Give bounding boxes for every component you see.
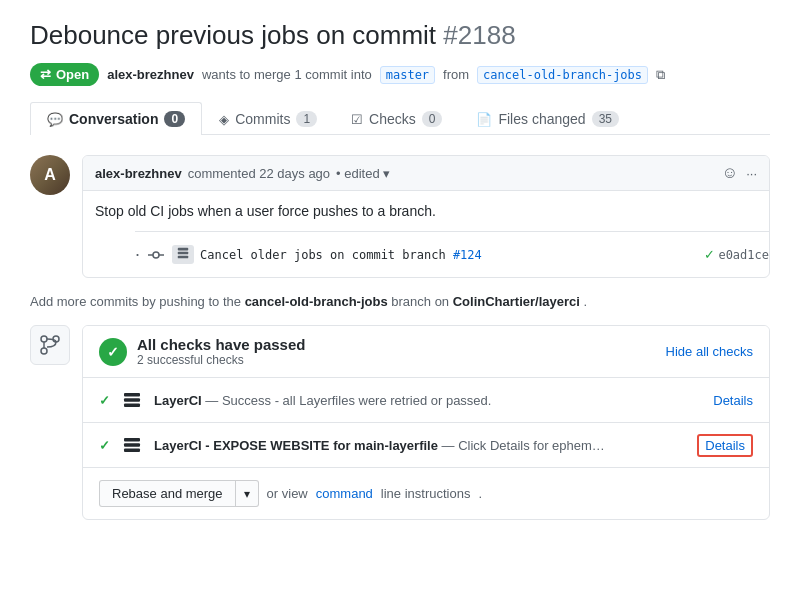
avatar-image: A xyxy=(30,155,70,195)
merge-button-group: Rebase and merge ▾ xyxy=(99,480,259,507)
commit-hash-area: ✓ e0ad1ce xyxy=(704,247,769,262)
check-item-left: ✓ LayerCI — Success - all Layerfiles wer… xyxy=(99,388,491,412)
copy-icon[interactable]: ⧉ xyxy=(656,67,665,83)
status-text: Open xyxy=(56,67,89,82)
check-status-icon-2: ✓ xyxy=(99,438,110,453)
check-desc-text-2: — Click Details for ephem… xyxy=(442,438,605,453)
svg-point-7 xyxy=(41,348,47,354)
chevron-down-icon: ▾ xyxy=(383,166,390,181)
tab-checks-count: 0 xyxy=(422,111,443,127)
emoji-icon[interactable]: ☺ xyxy=(722,164,738,182)
pr-title: Debounce previous jobs on commit #2188 xyxy=(30,20,770,51)
check-details-link-2[interactable]: Details xyxy=(697,434,753,457)
commit-service-icon xyxy=(172,245,194,264)
tabs-nav: 💬 Conversation 0 ◈ Commits 1 ☑ Checks 0 … xyxy=(30,102,770,135)
command-link[interactable]: command xyxy=(316,486,373,501)
from-text: from xyxy=(443,67,469,82)
checks-header: ✓ All checks have passed 2 successful ch… xyxy=(83,326,769,377)
comment-header-right: ☺ ··· xyxy=(722,164,757,182)
edited-text: • edited xyxy=(336,166,380,181)
checks-box: ✓ All checks have passed 2 successful ch… xyxy=(82,325,770,520)
tab-files-count: 35 xyxy=(592,111,619,127)
layerci-icon-2 xyxy=(122,435,142,455)
hint-prefix: Add more commits by pushing to the xyxy=(30,294,241,309)
comment-body: Stop old CI jobs when a user force pushe… xyxy=(83,191,769,231)
svg-rect-13 xyxy=(124,438,140,442)
checks-subtitle: 2 successful checks xyxy=(137,353,305,367)
svg-rect-5 xyxy=(178,256,189,259)
base-branch[interactable]: master xyxy=(380,66,435,84)
comment-box: alex-brezhnev commented 22 days ago • ed… xyxy=(82,155,770,278)
merge-button[interactable]: Rebase and merge xyxy=(99,480,236,507)
commit-message: Cancel older jobs on commit branch #124 xyxy=(200,248,482,262)
tab-commits-label: Commits xyxy=(235,111,290,127)
edited-badge[interactable]: • edited ▾ xyxy=(336,166,390,181)
git-commit-icon xyxy=(148,247,164,263)
hint-branch: cancel-old-branch-jobs xyxy=(245,294,388,309)
svg-rect-3 xyxy=(178,248,189,251)
tab-conversation-count: 0 xyxy=(164,111,185,127)
comment-author[interactable]: alex-brezhnev xyxy=(95,166,182,181)
check-service-logo-2 xyxy=(120,433,144,457)
tab-conversation[interactable]: 💬 Conversation 0 xyxy=(30,102,202,135)
svg-point-6 xyxy=(41,336,47,342)
tab-conversation-label: Conversation xyxy=(69,111,158,127)
check-details-link-1[interactable]: Details xyxy=(713,393,753,408)
check-desc-text-1: — Success - all Layerfiles were retried … xyxy=(205,393,491,408)
merge-dropdown-button[interactable]: ▾ xyxy=(236,480,259,507)
end-period: . xyxy=(478,486,482,501)
tab-files[interactable]: 📄 Files changed 35 xyxy=(459,102,636,135)
svg-rect-14 xyxy=(124,443,140,447)
hint-end: . xyxy=(584,294,588,309)
check-list: ✓ LayerCI — Success - all Layerfiles wer… xyxy=(83,377,769,467)
commit-message-text: Cancel older jobs on commit branch xyxy=(200,248,446,262)
check-service-name-1: LayerCI xyxy=(154,393,202,408)
git-branch-icon xyxy=(38,333,62,357)
checks-icon-wrap xyxy=(30,325,70,365)
merge-icon: ⇄ xyxy=(40,67,51,82)
pr-number: #2188 xyxy=(443,20,515,50)
checks-passed-icon: ✓ xyxy=(99,338,127,366)
commits-tab-icon: ◈ xyxy=(219,112,229,127)
pr-title-text: Debounce previous jobs on commit xyxy=(30,20,436,50)
more-icon[interactable]: ··· xyxy=(746,166,757,181)
files-tab-icon: 📄 xyxy=(476,112,492,127)
hint-mid: branch on xyxy=(391,294,449,309)
svg-rect-12 xyxy=(124,404,140,408)
head-branch[interactable]: cancel-old-branch-jobs xyxy=(477,66,648,84)
tab-commits[interactable]: ◈ Commits 1 xyxy=(202,102,334,135)
hide-all-checks-link[interactable]: Hide all checks xyxy=(666,344,753,359)
check-item-left-2: ✓ LayerCI - EXPOSE WEBSITE for main-laye… xyxy=(99,433,605,457)
check-item: ✓ LayerCI - EXPOSE WEBSITE for main-laye… xyxy=(83,423,769,467)
conversation-tab-icon: 💬 xyxy=(47,112,63,127)
pr-meta: ⇄ Open alex-brezhnev wants to merge 1 co… xyxy=(30,63,770,86)
avatar: A xyxy=(30,155,70,195)
tab-checks[interactable]: ☑ Checks 0 xyxy=(334,102,459,135)
checks-header-left: ✓ All checks have passed 2 successful ch… xyxy=(99,336,305,367)
check-item: ✓ LayerCI — Success - all Layerfiles wer… xyxy=(83,378,769,423)
tab-files-label: Files changed xyxy=(498,111,585,127)
check-service-logo xyxy=(120,388,144,412)
hint-repo-link[interactable]: ColinChartier/layerci xyxy=(453,294,580,309)
open-badge: ⇄ Open xyxy=(30,63,99,86)
checks-title-group: All checks have passed 2 successful chec… xyxy=(137,336,305,367)
commit-line-left: · Cancel older jobs on c xyxy=(135,244,482,265)
hint-text: Add more commits by pushing to the cance… xyxy=(30,294,770,309)
line-instructions: line instructions xyxy=(381,486,471,501)
svg-rect-4 xyxy=(178,252,189,255)
checks-title: All checks have passed xyxy=(137,336,305,353)
commit-link[interactable]: #124 xyxy=(453,248,482,262)
tab-commits-count: 1 xyxy=(296,111,317,127)
pr-author[interactable]: alex-brezhnev xyxy=(107,67,194,82)
check-description-2: LayerCI - EXPOSE WEBSITE for main-layerf… xyxy=(154,438,605,453)
commit-check-icon: ✓ xyxy=(704,247,715,262)
checks-section: ✓ All checks have passed 2 successful ch… xyxy=(30,325,770,520)
check-status-icon: ✓ xyxy=(99,393,110,408)
commit-hash: e0ad1ce xyxy=(718,248,769,262)
commit-line: · Cancel older jobs on c xyxy=(135,231,769,277)
check-service-name-2: LayerCI - EXPOSE WEBSITE for main-layerf… xyxy=(154,438,438,453)
svg-rect-15 xyxy=(124,449,140,453)
comment-header-left: alex-brezhnev commented 22 days ago • ed… xyxy=(95,166,390,181)
check-description-1: LayerCI — Success - all Layerfiles were … xyxy=(154,393,491,408)
layerci-icon xyxy=(122,390,142,410)
